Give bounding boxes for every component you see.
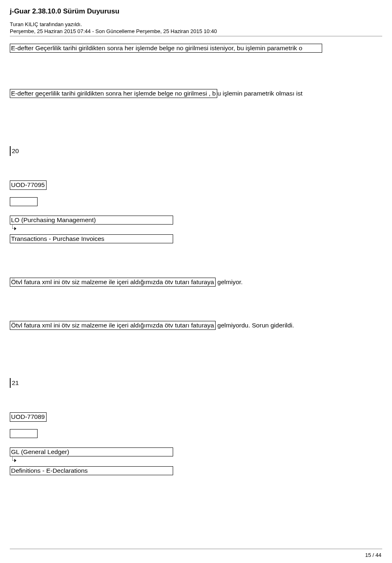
- issue-desc-1-tail: u işlemin parametrik olması ist: [217, 90, 302, 97]
- author-line: Turan KILIÇ tarafından yazıldı.: [10, 21, 382, 27]
- module-21: GL (General Ledger): [10, 447, 173, 456]
- issue-desc-20: Ötvl fatura xml ini ötv siz malzeme ile …: [10, 278, 216, 287]
- issue-desc-20-tail: gelmiyor.: [216, 278, 243, 285]
- item-number-20: 20: [10, 146, 19, 156]
- arrow-icon: [12, 458, 18, 463]
- issue-title-1: E-defter Geçerlilik tarihi girildikten s…: [10, 44, 322, 53]
- empty-box-20: [10, 197, 38, 206]
- issue-desc-1: E-defter geçerlilik tarihi girildikten s…: [10, 89, 217, 98]
- module-20: LO (Purchasing Management): [10, 216, 173, 225]
- issue-fix-20: Ötvl fatura xml ini ötv siz malzeme ile …: [10, 321, 216, 330]
- transaction-21: Definitions - E-Declarations: [10, 466, 173, 475]
- page-number: 15 / 44: [365, 552, 381, 558]
- item-number-21: 21: [10, 378, 19, 388]
- header-divider: [10, 36, 382, 36]
- issue-id-21: UOD-77089: [10, 412, 47, 421]
- footer-divider: [10, 549, 382, 549]
- page-title: j-Guar 2.38.10.0 Sürüm Duyurusu: [10, 7, 382, 16]
- arrow-icon: [12, 226, 18, 231]
- issue-fix-20-tail: gelmiyordu. Sorun giderildi.: [216, 322, 294, 329]
- empty-box-21: [10, 429, 38, 438]
- transaction-20: Transactions - Purchase Invoices: [10, 234, 173, 243]
- date-line: Perşembe, 25 Haziran 2015 07:44 - Son Gü…: [10, 28, 382, 34]
- issue-id-20: UOD-77095: [10, 180, 47, 189]
